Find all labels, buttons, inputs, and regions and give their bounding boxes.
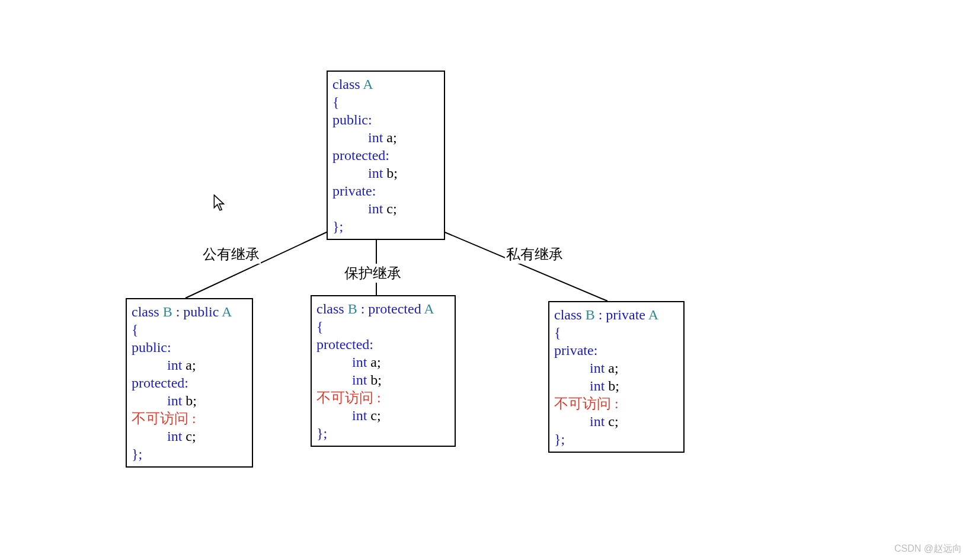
no-access-label: 不可访问 : (554, 396, 619, 411)
access-protected: protected: (332, 148, 389, 163)
class-b-protected-box: class B : protected A { protected: int a… (311, 295, 456, 447)
diagram-edges (0, 0, 969, 560)
svg-line-0 (186, 231, 329, 298)
class-a-private: private: int c; (332, 182, 439, 217)
watermark: CSDN @赵远向 (894, 543, 962, 555)
class-b-protected-decl: class B : protected A (316, 300, 450, 318)
no-access-label: 不可访问 : (316, 390, 381, 405)
class-b-public-decl: class B : public A (132, 303, 247, 321)
class-a-box: class A { public: int a; protected: int … (327, 71, 445, 240)
keyword-class: class (332, 76, 360, 92)
class-a-decl: class A (332, 75, 439, 93)
open-brace: { (332, 93, 439, 111)
svg-line-2 (442, 231, 607, 301)
no-access-label: 不可访问 : (132, 411, 196, 426)
class-b-private-decl: class B : private A (554, 306, 679, 324)
class-name-a: A (363, 76, 373, 92)
class-b-public-box: class B : public A { public: int a; prot… (126, 298, 253, 468)
edge-label-public: 公有继承 (202, 245, 261, 264)
class-a-protected: protected: int b; (332, 146, 439, 182)
close-brace: }; (332, 217, 439, 235)
cursor-icon (213, 194, 226, 212)
class-b-private-box: class B : private A { private: int a; in… (548, 301, 685, 453)
class-a-public: public: int a; (332, 111, 439, 146)
edge-label-protected: 保护继承 (343, 264, 402, 283)
access-public: public: (332, 112, 372, 127)
access-private: private: (332, 183, 376, 199)
edge-label-private: 私有继承 (505, 245, 564, 264)
